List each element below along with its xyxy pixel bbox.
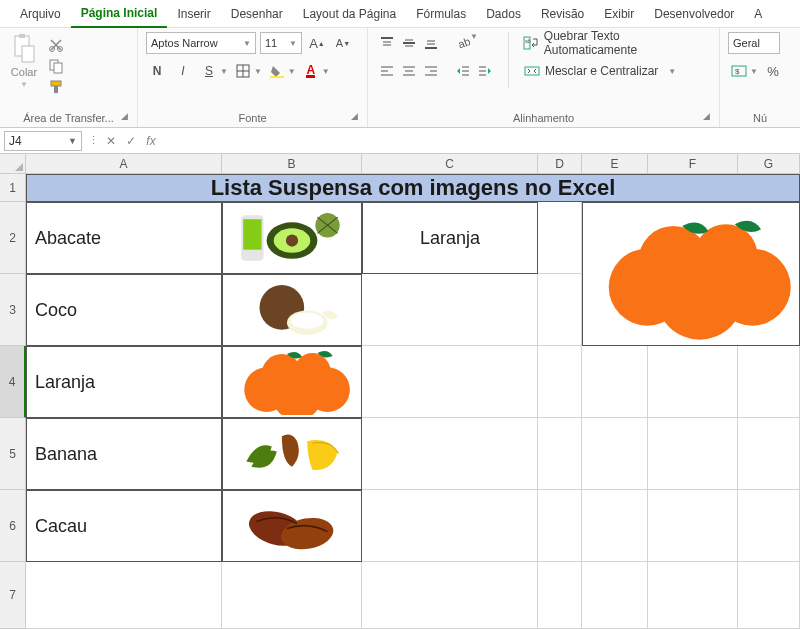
column-header[interactable]: E [582,154,648,174]
fruit-image-cell[interactable] [222,490,362,562]
fruit-image-cell[interactable] [222,202,362,274]
fruit-name-cell[interactable]: Banana [26,418,222,490]
fruit-image-cell[interactable] [222,274,362,346]
align-middle-button[interactable] [398,32,420,54]
increase-font-button[interactable]: A▲ [306,32,328,54]
cell[interactable] [538,490,582,562]
chevron-down-icon[interactable]: ▼ [288,67,296,76]
column-header[interactable]: B [222,154,362,174]
tab-view[interactable]: Exibir [594,1,644,27]
fruit-image-cell[interactable] [222,418,362,490]
tab-more[interactable]: A [744,1,772,27]
fruit-image-cell[interactable] [222,346,362,418]
underline-button[interactable]: S [198,60,220,82]
paste-button[interactable]: Colar ▼ [8,32,40,91]
percent-format-button[interactable]: % [762,60,784,82]
tab-developer[interactable]: Desenvolvedor [644,1,744,27]
cell[interactable] [648,562,738,629]
decrease-indent-button[interactable] [452,60,474,82]
cell[interactable] [538,202,582,274]
cut-button[interactable] [46,36,66,54]
tab-draw[interactable]: Desenhar [221,1,293,27]
formula-input[interactable] [161,131,800,151]
cell[interactable] [538,346,582,418]
fruit-name-cell[interactable]: Laranja [26,346,222,418]
italic-button[interactable]: I [172,60,194,82]
format-painter-button[interactable] [46,78,66,96]
copy-button[interactable] [46,57,66,75]
cell[interactable] [222,562,362,629]
row-header[interactable]: 6 [0,490,26,562]
cell[interactable] [582,346,648,418]
insert-function-button[interactable]: fx [141,131,161,151]
align-bottom-button[interactable] [420,32,442,54]
borders-button[interactable] [232,60,254,82]
dialog-launcher-icon[interactable]: ◢ [703,111,715,123]
cell[interactable] [362,346,538,418]
fruit-name-cell[interactable]: Coco [26,274,222,346]
cell[interactable] [582,562,648,629]
chevron-down-icon[interactable]: ▼ [254,67,262,76]
chevron-down-icon[interactable]: ▼ [750,67,758,76]
align-top-button[interactable] [376,32,398,54]
column-header[interactable]: A [26,154,222,174]
cell[interactable] [648,418,738,490]
increase-indent-button[interactable] [474,60,496,82]
chevron-down-icon[interactable]: ▼ [470,32,478,54]
column-header[interactable]: G [738,154,800,174]
font-color-button[interactable]: A [300,60,322,82]
enter-formula-button[interactable]: ✓ [121,131,141,151]
tab-review[interactable]: Revisão [531,1,594,27]
cell[interactable] [538,274,582,346]
merge-center-button[interactable]: Mesclar e Centralizar ▼ [521,60,711,82]
selected-image-cell[interactable] [582,202,800,346]
cell[interactable] [648,346,738,418]
font-size-select[interactable]: 11 ▼ [260,32,302,54]
chevron-down-icon[interactable]: ▼ [322,67,330,76]
align-left-button[interactable] [376,60,398,82]
tab-file[interactable]: Arquivo [10,1,71,27]
fruit-name-cell[interactable]: Cacau [26,490,222,562]
cell[interactable] [362,490,538,562]
number-format-select[interactable]: Geral [728,32,780,54]
tab-formulas[interactable]: Fórmulas [406,1,476,27]
dialog-launcher-icon[interactable]: ◢ [351,111,363,123]
cancel-formula-button[interactable]: ✕ [101,131,121,151]
cell[interactable] [648,490,738,562]
select-all-button[interactable] [0,154,26,174]
tab-page-layout[interactable]: Layout da Página [293,1,406,27]
chevron-down-icon[interactable]: ▼ [220,67,228,76]
row-header[interactable]: 4 [0,346,26,418]
column-header[interactable]: D [538,154,582,174]
align-right-button[interactable] [420,60,442,82]
cell[interactable] [362,418,538,490]
cell[interactable] [362,274,538,346]
cell[interactable] [582,490,648,562]
row-header[interactable]: 5 [0,418,26,490]
dropdown-cell[interactable]: Laranja [362,202,538,274]
bold-button[interactable]: N [146,60,168,82]
wrap-text-button[interactable]: ab Quebrar Texto Automaticamente [521,32,711,54]
column-header[interactable]: F [648,154,738,174]
cell[interactable] [362,562,538,629]
cell[interactable] [582,418,648,490]
row-header[interactable]: 2 [0,202,26,274]
cell[interactable] [738,562,800,629]
title-cell[interactable]: Lista Suspensa com imagens no Excel [26,174,800,202]
fruit-name-cell[interactable]: Abacate [26,202,222,274]
row-header[interactable]: 3 [0,274,26,346]
cell[interactable] [738,490,800,562]
decrease-font-button[interactable]: A▼ [332,32,354,54]
cell[interactable] [738,418,800,490]
tab-insert[interactable]: Inserir [167,1,220,27]
tab-data[interactable]: Dados [476,1,531,27]
cell[interactable] [538,562,582,629]
row-header[interactable]: 1 [0,174,26,202]
accounting-format-button[interactable]: $ [728,60,750,82]
cell[interactable] [26,562,222,629]
font-name-select[interactable]: Aptos Narrow ▼ [146,32,256,54]
dialog-launcher-icon[interactable]: ◢ [121,111,133,123]
cell[interactable] [738,346,800,418]
name-box[interactable]: J4 ▼ [4,131,82,151]
fill-color-button[interactable] [266,60,288,82]
